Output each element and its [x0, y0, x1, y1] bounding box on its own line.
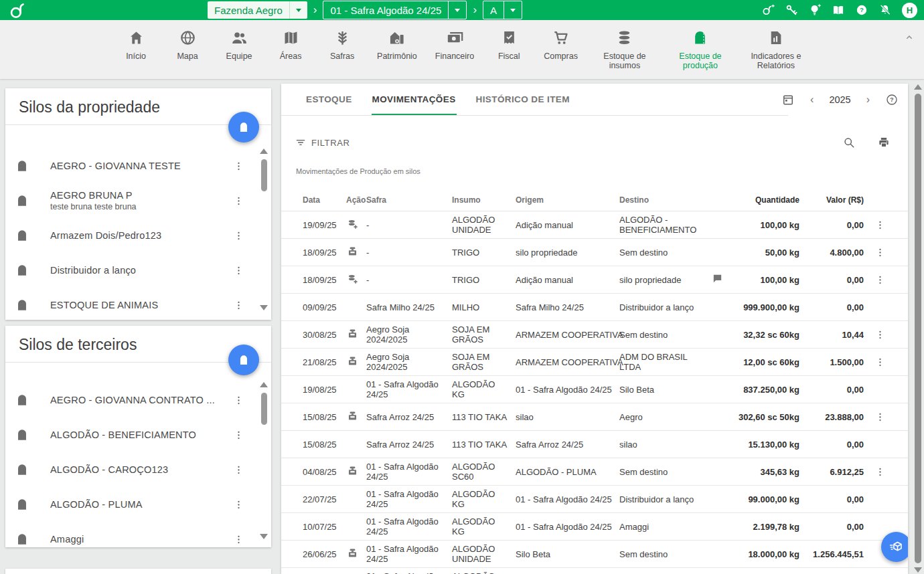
silo-list-item[interactable]: ESTOQUE DE ANIMAIS	[5, 288, 271, 321]
nav-item-areas[interactable]: Áreas	[274, 29, 307, 61]
book-icon[interactable]	[832, 3, 845, 17]
kebab-icon[interactable]	[233, 161, 244, 172]
chevron-down-icon[interactable]	[289, 1, 307, 19]
lightbulb-plus-icon[interactable]	[808, 3, 822, 17]
scroll-up-icon[interactable]	[260, 149, 268, 154]
harvest-selector[interactable]: 01 - Safra Algodão 24/25	[323, 1, 467, 19]
table-row[interactable]: 26/06/25 01 - Safra Algodão 24/25 ALGODÃ…	[281, 540, 908, 567]
aegro-referral-icon[interactable]	[761, 3, 775, 17]
scroll-up-icon[interactable]	[260, 382, 268, 387]
kebab-icon[interactable]	[874, 357, 886, 368]
scale-icon	[346, 245, 359, 258]
kebab-icon[interactable]	[874, 247, 886, 258]
table-row[interactable]: 18/09/25 - TRIGO silo propriedade Sem de…	[281, 238, 908, 266]
silo-list-item[interactable]: ALGODÃO - CAROÇO123	[5, 452, 271, 487]
table-row[interactable]: 15/08/25 Safra Arroz 24/25 113 TIO TAKA …	[281, 430, 908, 458]
panel-scrollbar[interactable]	[260, 149, 268, 310]
tab-movimentacoes[interactable]: MOVIMENTAÇÕES	[362, 84, 466, 115]
cell-quantidade: 302,60 sc 50kg	[729, 412, 799, 422]
kebab-icon[interactable]	[233, 534, 244, 545]
user-avatar[interactable]: H	[902, 3, 917, 18]
help-filled-icon[interactable]: ?	[855, 3, 868, 17]
farm-selector[interactable]: Fazenda Aegro	[208, 1, 307, 19]
nav-item-compras[interactable]: Compras	[544, 29, 578, 61]
nav-item-financeiro[interactable]: Financeiro	[435, 29, 474, 61]
scroll-thumb[interactable]	[261, 159, 267, 191]
nav-item-estoque-de-producao[interactable]: Estoque de produção	[672, 29, 729, 70]
nav-item-mapa[interactable]: Mapa	[171, 29, 204, 61]
kebab-icon[interactable]	[233, 265, 244, 276]
kebab-icon[interactable]	[874, 411, 886, 423]
kebab-icon[interactable]	[874, 466, 886, 478]
table-row[interactable]: 10/07/25 01 - Safra Algodão 24/25 ALGODÃ…	[281, 512, 908, 540]
cell-insumo: ALGODÃO KG	[452, 489, 516, 509]
plot-selector[interactable]: A	[483, 1, 522, 19]
collapse-nav-icon[interactable]	[904, 32, 915, 43]
prev-year-button[interactable]: ‹	[810, 94, 814, 105]
nav-item-equipe[interactable]: Equipe	[222, 29, 256, 61]
kebab-icon[interactable]	[233, 429, 244, 441]
scroll-down-icon[interactable]	[260, 305, 268, 310]
kebab-icon[interactable]	[233, 499, 244, 510]
scroll-down-icon[interactable]	[914, 567, 922, 573]
breadcrumb: Fazenda Aegro › 01 - Safra Algodão 24/25…	[208, 0, 522, 20]
nav-item-fiscal[interactable]: Fiscal	[492, 29, 526, 61]
silo-list-item[interactable]: Amaggi	[5, 522, 271, 550]
silo-list-item[interactable]: ALGODÃO - PLUMA	[5, 487, 271, 522]
kebab-icon[interactable]	[233, 464, 244, 476]
comment-icon[interactable]	[712, 273, 723, 284]
tab-historico-de-item[interactable]: HISTÓRICO DE ITEM	[466, 84, 580, 115]
aegro-logo-icon[interactable]	[8, 1, 26, 19]
scroll-thumb[interactable]	[261, 393, 267, 425]
nav-item-estoque-de-insumos[interactable]: Estoque de insumos	[596, 29, 653, 70]
next-year-button[interactable]: ›	[866, 94, 870, 105]
table-row[interactable]: 21/08/25 Aegro Soja 2024/2025 SOJA EM GR…	[281, 348, 908, 375]
cell-valor: 0,00	[799, 275, 864, 285]
add-silo-button[interactable]	[228, 112, 259, 142]
calendar-icon[interactable]	[781, 93, 795, 106]
silo-list-item[interactable]: ALGODÃO - BENEFICIAMENTO	[5, 417, 271, 452]
silo-list-item[interactable]: AEGRO - GIOVANNA CONTRATO ...	[5, 383, 271, 417]
kebab-icon[interactable]	[874, 219, 886, 231]
kebab-icon[interactable]	[233, 230, 244, 242]
table-row[interactable]: 30/08/25 Aegro Soja 2024/2025 SOJA EM GR…	[281, 320, 908, 348]
kebab-icon[interactable]	[874, 329, 886, 341]
scroll-down-icon[interactable]	[260, 534, 268, 539]
table-row[interactable]: 04/08/25 01 - Safra Algodão 24/25 ALGODÃ…	[281, 458, 908, 485]
kebab-icon[interactable]	[874, 274, 886, 286]
bell-off-icon[interactable]	[878, 3, 892, 17]
new-movement-button[interactable]	[881, 532, 908, 562]
kebab-icon[interactable]	[233, 300, 244, 311]
kebab-icon[interactable]	[233, 395, 244, 406]
chevron-down-icon[interactable]	[448, 1, 466, 19]
table-row[interactable]: 19/08/25 01 - Safra Algodão 24/25 ALGODÃ…	[281, 375, 908, 403]
silo-list-item[interactable]: AEGRO BRUNA P teste bruna teste bruna	[5, 183, 271, 218]
silo-list-item[interactable]: Distribuidor a lanço	[5, 253, 271, 288]
help-icon[interactable]: ?	[885, 93, 899, 106]
page-scrollbar[interactable]	[913, 84, 923, 573]
nav-item-inicio[interactable]: Início	[119, 29, 153, 61]
add-silo-button[interactable]	[228, 345, 259, 375]
kebab-icon[interactable]	[233, 195, 244, 207]
table-row[interactable]: 19/09/25 - ALGODÃO UNIDADE Adição manual…	[281, 211, 908, 238]
silo-list-item[interactable]: AEGRO - GIOVANNA TESTE	[5, 149, 271, 183]
cell-origem: ARMAZEM COOPERATIVA	[516, 357, 619, 367]
tab-estoque[interactable]: ESTOQUE	[296, 84, 362, 115]
nav-item-patrimonio[interactable]: Patrimônio	[377, 29, 417, 61]
table-row[interactable]: 22/07/25 01 - Safra Algodão 24/25 ALGODÃ…	[281, 485, 908, 512]
nav-item-label: Compras	[544, 52, 578, 61]
print-icon[interactable]	[877, 136, 891, 149]
filter-button[interactable]: FILTRAR	[295, 136, 350, 149]
key-icon[interactable]	[785, 3, 798, 17]
table-row[interactable]: 18/09/25 - TRIGO Adição manual silo prop…	[281, 266, 908, 293]
silo-list-item[interactable]: Armazem Dois/Pedro123	[5, 218, 271, 253]
nav-item-safras[interactable]: Safras	[325, 29, 359, 61]
table-row[interactable]: 15/08/25 Safra Arroz 24/25 113 TIO TAKA …	[281, 403, 908, 430]
panel-scrollbar[interactable]	[260, 382, 268, 539]
table-row[interactable]: 09/09/25 Safra Milho 24/25 MILHO Safra M…	[281, 293, 908, 320]
scroll-thumb[interactable]	[915, 94, 921, 563]
chevron-down-icon[interactable]	[504, 1, 522, 19]
table-row[interactable]: 24/04/25 01 - Safra Algodão 24/25 ALGODÃ…	[281, 567, 908, 574]
search-icon[interactable]	[842, 136, 856, 149]
nav-item-indicadores-e-relatorios[interactable]: Indicadores e Relatórios	[747, 29, 805, 70]
